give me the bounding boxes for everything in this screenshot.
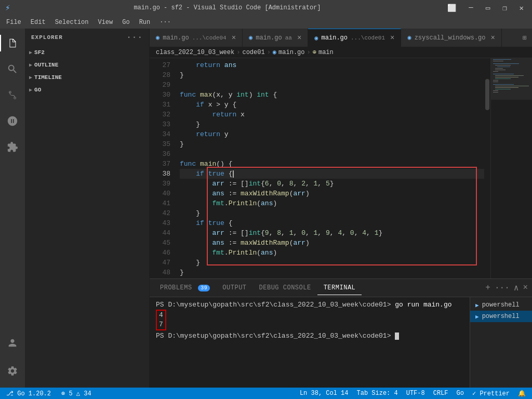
bc-maingo[interactable]: main.go	[278, 49, 304, 56]
ln-37: 37	[150, 159, 170, 169]
tab-main-aa[interactable]: ◉ main.go aa ×	[243, 29, 308, 47]
terminal-more[interactable]: ···	[495, 283, 510, 292]
activity-search[interactable]	[0, 57, 25, 82]
code-line-37: func main() {	[180, 159, 484, 169]
sf2-label: SF2	[34, 49, 45, 56]
powershell-icon-2: ▶	[475, 313, 479, 320]
bc-sep1: ›	[236, 49, 240, 56]
activity-settings[interactable]	[0, 358, 25, 383]
ln-47: 47	[150, 258, 170, 268]
ln-35: 35	[150, 139, 170, 149]
editor-tabs: ◉ main.go ...\code04 × ◉ main.go aa × ◉ …	[150, 29, 532, 47]
activity-explorer[interactable]	[0, 31, 25, 56]
terminal-output-boxed: 47	[156, 310, 463, 330]
powershell-instance-2[interactable]: ▶ powershell	[470, 311, 532, 322]
panel-layout: PS D:\mysetup\gopath\src\sf2\class_2022_…	[150, 297, 532, 388]
close-button[interactable]: ✕	[516, 3, 527, 14]
menu-go[interactable]: Go	[118, 17, 134, 28]
code-line-45: ans := maxWidthRamp(arr)	[180, 238, 484, 248]
bc-code01[interactable]: code01	[242, 49, 264, 56]
restore-button[interactable]: ❐	[499, 3, 510, 14]
status-branch[interactable]: ⎇ Go 1.20.2	[4, 390, 53, 397]
code-line-28: }	[180, 70, 484, 80]
terminal-cursor	[395, 332, 399, 340]
ln-49: 49	[150, 277, 170, 278]
sidebar-section-sf2-header[interactable]: ▶ SF2	[25, 47, 149, 58]
terminal-content[interactable]: PS D:\mysetup\gopath\src\sf2\class_2022_…	[150, 297, 470, 388]
panel-tab-problems[interactable]: PROBLEMS 39	[154, 281, 216, 295]
sf2-chevron: ▶	[29, 49, 32, 56]
tab-main-code01[interactable]: ◉ main.go ...\code01 ×	[308, 29, 401, 47]
status-eol[interactable]: CRLF	[431, 390, 450, 397]
output-box: 47	[156, 310, 166, 330]
maximize-button[interactable]: ▭	[483, 3, 493, 14]
code-content[interactable]: return ans } func max(x, y int) int { if…	[176, 58, 484, 278]
ln-46: 46	[150, 248, 170, 258]
ln-41: 41	[150, 198, 170, 208]
layout-icon[interactable]: ⬜	[444, 3, 459, 14]
tab-close-4[interactable]: ×	[490, 34, 495, 42]
bc-main[interactable]: main	[318, 49, 334, 56]
vertical-scrollbar[interactable]	[484, 58, 490, 278]
tab-close-2[interactable]: ×	[297, 34, 301, 42]
status-language[interactable]: Go	[455, 390, 466, 397]
status-prettier[interactable]: ✓ Prettier	[470, 390, 512, 397]
activity-extensions[interactable]	[0, 135, 25, 159]
code-line-38: if true {	[180, 169, 484, 179]
panel-close[interactable]: ×	[523, 283, 528, 292]
tab-icon-1: ◉	[156, 34, 159, 42]
tab-close-3[interactable]: ×	[390, 34, 394, 42]
status-position[interactable]: Ln 38, Col 14	[298, 390, 351, 397]
sidebar: EXPLORER ··· ▶ SF2 ▶ OUTLINE ▶ TIMELINE …	[25, 29, 150, 388]
titlebar: ⚡ main.go - sf2 - Visual Studio Code [Ad…	[0, 0, 532, 16]
code-line-29	[180, 80, 484, 90]
bc-week[interactable]: class_2022_10_03_week	[156, 49, 234, 56]
new-terminal-button[interactable]: +	[485, 283, 490, 292]
menu-selection[interactable]: Selection	[51, 17, 93, 28]
tab-icon-4: ◉	[407, 34, 411, 42]
sidebar-section-go-header[interactable]: ▶ GO	[25, 85, 149, 95]
tab-main-code04[interactable]: ◉ main.go ...\code04 ×	[150, 29, 243, 47]
tab-path-3: ...\code01	[351, 35, 385, 41]
scrollbar-thumb[interactable]	[485, 79, 489, 110]
status-tabsize[interactable]: Tab Size: 4	[355, 390, 400, 397]
ln-27: 27	[150, 60, 170, 70]
code-line-36	[180, 149, 484, 159]
sidebar-more-button[interactable]: ···	[126, 33, 143, 42]
sidebar-header: EXPLORER ···	[25, 29, 149, 46]
breadcrumb: class_2022_10_03_week › code01 › ◉ main.…	[150, 47, 532, 58]
split-editor-button[interactable]: ⊞	[517, 29, 532, 47]
tab-icon-2: ◉	[249, 34, 252, 42]
powershell-label-1: powershell	[482, 301, 520, 309]
menu-file[interactable]: File	[2, 17, 25, 28]
code-line-32: return x	[180, 110, 484, 119]
tab-label-4: zsyscall_windows.go	[415, 34, 486, 42]
powershell-instance-1[interactable]: ▶ powershell	[470, 299, 532, 311]
ln-33: 33	[150, 119, 170, 129]
activity-source-control[interactable]	[0, 83, 25, 108]
menu-run[interactable]: Run	[135, 17, 155, 28]
menu-view[interactable]: View	[94, 17, 117, 28]
menu-edit[interactable]: Edit	[26, 17, 50, 28]
tab-close-1[interactable]: ×	[232, 34, 236, 42]
timeline-chevron: ▶	[29, 74, 32, 81]
panel-tab-output[interactable]: OUTPUT	[216, 281, 252, 295]
status-errors[interactable]: ⊗ 5 △ 34	[59, 390, 94, 397]
tab-zsyscall[interactable]: ◉ zsyscall_windows.go ×	[401, 29, 501, 47]
sidebar-section-outline-header[interactable]: ▶ OUTLINE	[25, 60, 149, 70]
status-bell[interactable]: 🔔	[516, 390, 528, 397]
panel-tab-terminal[interactable]: TERMINAL	[317, 281, 362, 295]
powershell-label-2: powershell	[482, 313, 520, 320]
minimize-button[interactable]: ─	[466, 3, 476, 14]
ln-30: 30	[150, 90, 170, 100]
menu-more[interactable]: ···	[155, 17, 175, 28]
sidebar-section-timeline-header[interactable]: ▶ TIMELINE	[25, 72, 149, 83]
bc-sep2: ›	[267, 49, 271, 56]
code-line-27: return ans	[180, 60, 484, 70]
panel-collapse[interactable]: ∧	[514, 283, 519, 293]
status-encoding[interactable]: UTF-8	[404, 390, 427, 397]
terminal-line-1: PS D:\mysetup\gopath\src\sf2\class_2022_…	[156, 300, 463, 310]
activity-run-debug[interactable]	[0, 109, 25, 134]
panel-tab-debug[interactable]: DEBUG CONSOLE	[253, 281, 317, 295]
activity-accounts[interactable]	[0, 330, 25, 355]
